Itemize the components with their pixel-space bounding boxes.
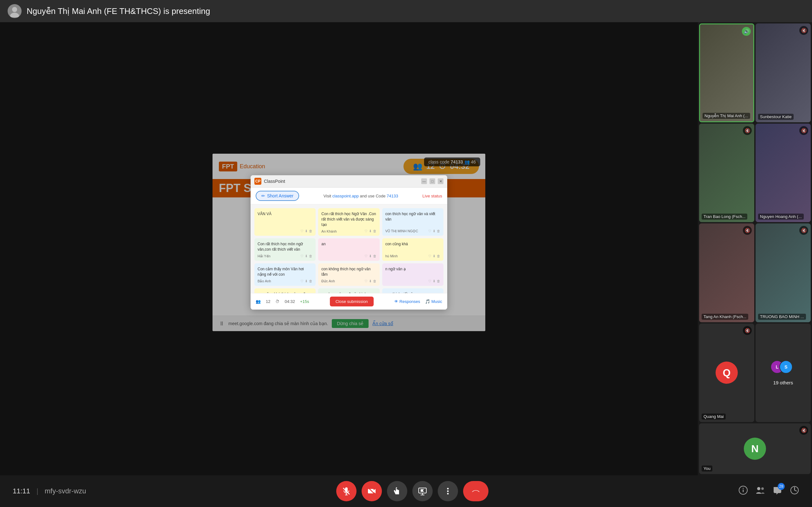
close-button[interactable]: ✕ [438,178,444,184]
close-submission-button[interactable]: Close submission [330,297,374,306]
svg-point-18 [761,487,764,490]
delete-icon[interactable]: 🗑 [373,254,376,258]
activities-button[interactable] [790,486,799,497]
card-text: con cũng khá thích môn ngữ văn và con ko… [258,291,312,293]
responses-button[interactable]: 👁 Responses [394,299,420,304]
present-button[interactable] [412,481,433,501]
classpoint-live-status[interactable]: Live status [422,193,442,199]
delete-icon[interactable]: 🗑 [437,229,440,233]
download-icon[interactable]: ⬇ [369,254,372,258]
delete-icon[interactable]: 🗑 [437,279,440,283]
classpoint-card: con cũng kháhú Minh♡⬇🗑 [382,238,444,261]
classpoint-footer-right: 👁 Responses 🎵 Music [394,299,442,304]
mute-icon-khanh: 🔇 [743,226,752,235]
heart-icon[interactable]: ♡ [428,254,432,258]
download-icon[interactable]: ⬇ [433,229,436,233]
chat-button[interactable]: 28 [773,486,782,497]
participant-tile-quang-mai: 🔇 Q Quang Mai [699,324,754,422]
participant-tile-truong: 🔇 TRUONG BAO MINH ... [756,223,811,322]
card-footer: An Khánh♡⬇🗑 [321,229,376,233]
footer-person-icon: 👥 [256,299,261,304]
bottom-right: 28 [739,486,799,497]
classpoint-card: con cũng khá thích môn ngữ văn và con ko… [254,288,316,293]
camera-off-button[interactable] [362,481,382,501]
more-options-button[interactable] [438,481,458,501]
delete-icon[interactable]: 🗑 [309,279,312,283]
delete-icon[interactable]: 🗑 [373,229,376,233]
download-icon[interactable]: ⬇ [433,279,436,283]
classpoint-cards-area: VÂN VÀ♡⬇🗑Con rất thích học Ngữ Văn .Con … [251,205,447,293]
delete-icon[interactable]: 🗑 [373,279,376,283]
minimize-button[interactable]: — [421,178,427,184]
card-action-icons: ♡⬇🗑 [300,279,312,283]
classpoint-footer: 👥 12 ⏱ 04:32 +15s Close submission 👁 Res… [251,293,447,309]
download-icon[interactable]: ⬇ [305,279,308,283]
heart-icon[interactable]: ♡ [300,254,304,258]
mute-icon-you: 🔇 [799,426,808,435]
bottom-controls [336,481,489,501]
people-button[interactable] [756,486,765,497]
heart-icon[interactable]: ♡ [300,279,304,283]
classpoint-modal[interactable]: CP ClassPoint — □ ✕ ✏ Short Ans [251,175,447,309]
others-avatars: L S [770,360,796,376]
heart-icon[interactable]: ♡ [364,279,368,283]
mute-icon-hoang-anh: 🔇 [799,126,808,135]
delete-icon[interactable]: 🗑 [309,254,312,258]
short-answer-icon: ✏ [261,193,265,199]
delete-icon[interactable]: 🗑 [437,254,440,258]
tile-name-truong: TRUONG BAO MINH ... [758,314,806,320]
svg-point-16 [743,488,744,489]
tile-name-bao-long: Tran Bao Long (Fsch... [702,214,747,220]
short-answer-tab[interactable]: ✏ Short Answer [256,191,299,201]
info-button[interactable] [739,486,748,497]
card-text: Con rất thích học Ngữ Văn .Con rất thích… [321,211,376,227]
participant-tile-others: L S 19 others [756,324,811,422]
heart-icon[interactable]: ♡ [428,279,432,283]
svg-point-1 [10,13,19,17]
download-icon[interactable]: ⬇ [305,254,308,258]
music-button[interactable]: 🎵 Music [425,299,442,304]
raise-hand-button[interactable] [387,481,407,501]
classpoint-code-link[interactable]: 74133 [387,193,398,199]
classpoint-app-link[interactable]: classpoint.app [333,193,359,199]
presentation-frame: FPT Education 👥 12 ⏱ 04:32 class code 74… [212,154,485,331]
classpoint-card: Con rất thích học Ngữ Văn .Con rất thích… [318,208,379,236]
chat-badge: 28 [778,483,785,490]
download-icon[interactable]: ⬇ [305,229,308,233]
end-call-button[interactable] [463,481,489,501]
heart-icon[interactable]: ♡ [364,254,368,258]
mute-button[interactable] [336,481,357,501]
bottom-left: 11:11 | mfy-svdr-wzu [13,487,86,495]
right-panel: 🔊 Nguyễn Thị Mai Anh (... 🔇 Sunbestour K… [698,22,812,475]
heart-icon[interactable]: ♡ [364,229,368,233]
tile-name-you: You [702,465,712,471]
classpoint-footer-left: 👥 12 ⏱ 04:32 +15s [256,299,309,304]
maximize-button[interactable]: □ [429,178,435,184]
svg-point-13 [447,493,449,495]
card-author: Đức Anh [321,279,335,283]
mute-icon-katie: 🔇 [799,26,808,35]
download-icon[interactable]: ⬇ [369,279,372,283]
download-icon[interactable]: ⬇ [433,254,436,258]
others-count-text: 19 others [773,380,793,385]
card-author: Hải Yến [258,254,270,258]
heart-icon[interactable]: ♡ [428,229,432,233]
delete-icon[interactable]: 🗑 [309,229,312,233]
card-author: VŨ THỊ MINH NGỌC [386,229,418,233]
classpoint-title-bar: CP ClassPoint — □ ✕ [251,175,447,187]
card-footer: VŨ THỊ MINH NGỌC♡⬇🗑 [386,229,440,233]
footer-time-extra: +15s [300,299,309,304]
card-text: n ngữ văn ạ [386,267,440,277]
video-bg-truong [756,223,811,322]
download-icon[interactable]: ⬇ [369,229,372,233]
heart-icon[interactable]: ♡ [300,229,304,233]
tile-name-mai-anh: Nguyễn Thị Mai Anh (... [703,113,750,119]
card-footer: Bảo Anh♡⬇🗑 [258,279,312,283]
classpoint-card: con thích viết văn ạbảo long♡⬇🗑 [382,288,444,293]
card-text: an [321,241,376,252]
classpoint-card: Con rất thích học môn ngữ văn,con rất th… [254,238,316,261]
classpoint-overlay: CP ClassPoint — □ ✕ ✏ Short Ans [212,154,485,331]
card-text: con thích viết văn ạ [386,291,440,293]
card-text: con thích học ngữ văn và viết văn [386,211,440,227]
classpoint-card: con không thích học ngữ văn lắmĐức Anh♡⬇… [318,263,379,286]
